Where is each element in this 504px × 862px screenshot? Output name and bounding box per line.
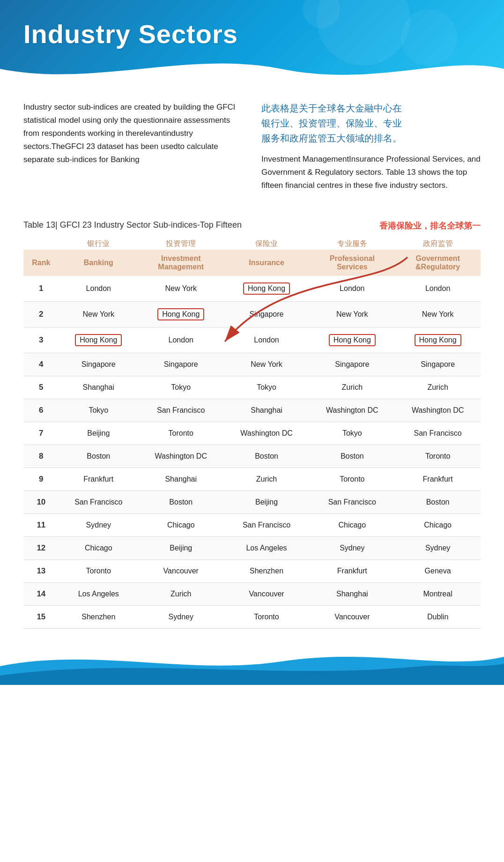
cell-insurance: Vancouver	[224, 583, 310, 606]
cell-professional: Boston	[309, 445, 395, 468]
cell-banking: Los Angeles	[59, 583, 138, 606]
intro-left: Industry sector sub-indices are created …	[23, 101, 243, 192]
table-row: 2New YorkHong KongSingaporeNew YorkNew Y…	[23, 302, 481, 327]
table-row: 13TorontoVancouverShenzhenFrankfurtGenev…	[23, 560, 481, 583]
cell-investment: Washington DC	[138, 445, 224, 468]
cell-government: Frankfurt	[395, 468, 481, 491]
header-wave	[0, 50, 504, 87]
table-row: 1LondonNew YorkHong KongLondonLondon	[23, 276, 481, 302]
annotation-text: 香港保险业，排名全球第一	[379, 220, 481, 231]
cell-insurance: Hong Kong	[224, 276, 310, 302]
cell-government: Dublin	[395, 606, 481, 629]
cell-banking: Tokyo	[59, 399, 138, 422]
cell-investment: Sydney	[138, 606, 224, 629]
cell-government: Washington DC	[395, 399, 481, 422]
cell-insurance: New York	[224, 353, 310, 376]
cell-rank: 4	[23, 353, 59, 376]
cell-banking: London	[59, 276, 138, 302]
th-government-cn: 政府监管	[395, 236, 481, 250]
chinese-header-row: 银行业 投资管理 保险业 专业服务 政府监管	[23, 236, 481, 250]
table-body: 1LondonNew YorkHong KongLondonLondon2New…	[23, 276, 481, 629]
cell-rank: 5	[23, 376, 59, 399]
cell-rank: 12	[23, 537, 59, 560]
cell-rank: 8	[23, 445, 59, 468]
intro-right: 此表格是关于全球各大金融中心在 银行业、投资管理、保险业、专业 服务和政府监管五…	[261, 101, 481, 192]
cell-investment: Singapore	[138, 353, 224, 376]
cell-government: Sydney	[395, 537, 481, 560]
cell-insurance: Washington DC	[224, 422, 310, 445]
cell-investment: Hong Kong	[138, 302, 224, 327]
cell-professional: Frankfurt	[309, 560, 395, 583]
cell-professional: Toronto	[309, 468, 395, 491]
th-investment-en: InvestmentManagement	[138, 250, 224, 276]
table-row: 12ChicagoBeijingLos AngelesSydneySydney	[23, 537, 481, 560]
cell-investment: Boston	[138, 491, 224, 514]
cell-professional: Hong Kong	[309, 327, 395, 353]
cell-investment: New York	[138, 276, 224, 302]
cell-government: Montreal	[395, 583, 481, 606]
cell-professional: New York	[309, 302, 395, 327]
cell-insurance: London	[224, 327, 310, 353]
cell-insurance: Shanghai	[224, 399, 310, 422]
cell-banking: Frankfurt	[59, 468, 138, 491]
cell-rank: 13	[23, 560, 59, 583]
cell-government: London	[395, 276, 481, 302]
table-section: Table 13| GFCI 23 Industry Sector Sub-in…	[0, 220, 504, 629]
table-row: 3Hong KongLondonLondonHong KongHong Kong	[23, 327, 481, 353]
cell-investment: London	[138, 327, 224, 353]
bottom-wave	[0, 638, 504, 685]
th-banking-en: Banking	[59, 250, 138, 276]
th-professional-cn: 专业服务	[309, 236, 395, 250]
cell-professional: Singapore	[309, 353, 395, 376]
cell-government: Toronto	[395, 445, 481, 468]
table-row: 8BostonWashington DCBostonBostonToronto	[23, 445, 481, 468]
cell-banking: San Francisco	[59, 491, 138, 514]
cell-professional: Vancouver	[309, 606, 395, 629]
cell-professional: San Francisco	[309, 491, 395, 514]
th-insurance-cn: 保险业	[224, 236, 310, 250]
cell-banking: Shanghai	[59, 376, 138, 399]
cell-investment: Zurich	[138, 583, 224, 606]
cell-insurance: Zurich	[224, 468, 310, 491]
cell-professional: Zurich	[309, 376, 395, 399]
th-insurance-en: Insurance	[224, 250, 310, 276]
table-row: 15ShenzhenSydneyTorontoVancouverDublin	[23, 606, 481, 629]
table-row: 7BeijingTorontoWashington DCTokyoSan Fra…	[23, 422, 481, 445]
cell-investment: Vancouver	[138, 560, 224, 583]
cell-government: Chicago	[395, 514, 481, 537]
english-header-row: Rank Banking InvestmentManagement Insura…	[23, 250, 481, 276]
chinese-intro-text: 此表格是关于全球各大金融中心在 银行业、投资管理、保险业、专业 服务和政府监管五…	[261, 101, 481, 146]
cell-government: New York	[395, 302, 481, 327]
cell-banking: New York	[59, 302, 138, 327]
cell-insurance: Tokyo	[224, 376, 310, 399]
bottom-wave-section	[0, 638, 504, 685]
cell-banking: Boston	[59, 445, 138, 468]
th-investment-cn: 投资管理	[138, 236, 224, 250]
cell-rank: 1	[23, 276, 59, 302]
page-title: Industry Sectors	[23, 19, 481, 49]
table-row: 11SydneyChicagoSan FranciscoChicagoChica…	[23, 514, 481, 537]
table-row: 10San FranciscoBostonBeijingSan Francisc…	[23, 491, 481, 514]
th-professional-en: ProfessionalServices	[309, 250, 395, 276]
cell-rank: 3	[23, 327, 59, 353]
cell-insurance: San Francisco	[224, 514, 310, 537]
cell-banking: Shenzhen	[59, 606, 138, 629]
cell-rank: 9	[23, 468, 59, 491]
cell-insurance: Beijing	[224, 491, 310, 514]
cell-rank: 7	[23, 422, 59, 445]
table-row: 5ShanghaiTokyoTokyoZurichZurich	[23, 376, 481, 399]
cell-professional: Shanghai	[309, 583, 395, 606]
intro-left-paragraph: Industry sector sub-indices are created …	[23, 101, 243, 166]
cell-rank: 15	[23, 606, 59, 629]
table-row: 6TokyoSan FranciscoShanghaiWashington DC…	[23, 399, 481, 422]
content-area: Industry sector sub-indices are created …	[0, 87, 504, 216]
cell-government: San Francisco	[395, 422, 481, 445]
th-rank-cn	[23, 236, 59, 250]
intro-two-col: Industry sector sub-indices are created …	[23, 101, 481, 192]
cell-professional: Sydney	[309, 537, 395, 560]
header-section: Industry Sectors	[0, 0, 504, 87]
cell-investment: Tokyo	[138, 376, 224, 399]
cell-insurance: Singapore	[224, 302, 310, 327]
cell-insurance: Toronto	[224, 606, 310, 629]
cell-rank: 6	[23, 399, 59, 422]
